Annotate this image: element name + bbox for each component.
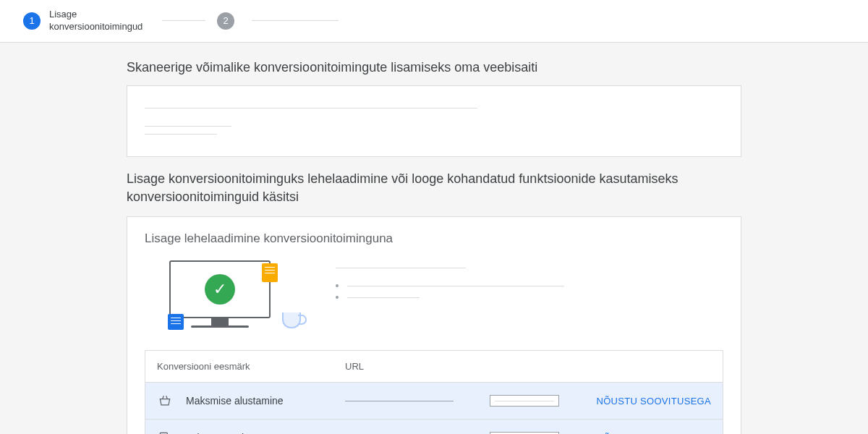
placeholder [145, 108, 477, 109]
manual-heading: Lisage konversioonitoiminguks lehelaadim… [127, 170, 741, 206]
step-1[interactable]: 1 Lisage konversioonitoimingud [23, 9, 150, 33]
step-2-circle: 2 [217, 12, 234, 30]
scan-heading: Skaneerige võimalike konversioonitoiming… [127, 60, 741, 75]
table-header: Konversiooni eesmärk URL [145, 351, 723, 383]
yellow-doc-icon [262, 263, 278, 282]
header-spacer [490, 361, 591, 372]
success-circle-icon: ✓ [205, 274, 235, 305]
bullet-icon [336, 296, 339, 299]
row-action-cell: NÕUSTU SOOVITUSEGA [591, 431, 711, 434]
bullet-row [336, 284, 713, 287]
header-goal: Konversiooni eesmärk [157, 361, 345, 372]
suggestions-table: Konversiooni eesmärk URL Maksmise alusta… [145, 350, 723, 434]
row-goal-label: Maksmise alustamine [186, 395, 345, 407]
cup-icon [282, 312, 301, 328]
header-spacer [591, 361, 711, 372]
step-connector [162, 20, 205, 21]
monitor-stand [211, 318, 229, 326]
monitor-illustration: ✓ [155, 260, 307, 333]
step-1-label: Lisage konversioonitoimingud [49, 9, 150, 33]
pageload-card: Lisage lehelaadimine konversioonitoiming… [127, 216, 741, 434]
row-input-cell [490, 395, 591, 407]
monitor-base [191, 326, 249, 328]
illustration-row: ✓ [155, 260, 713, 333]
scan-card [127, 85, 741, 157]
monitor-screen: ✓ [169, 260, 271, 318]
blue-doc-icon [168, 314, 184, 330]
check-icon: ✓ [213, 280, 226, 299]
main-content: Skaneerige võimalike konversioonitoiming… [127, 43, 741, 434]
placeholder [145, 126, 231, 127]
value-input[interactable] [490, 395, 559, 407]
illustration-text [336, 260, 713, 307]
step-2-placeholder [252, 20, 339, 21]
table-row: Lehevaatamine NÕUSTU SOOVITUSEGA [145, 420, 723, 434]
pageview-icon [157, 430, 173, 434]
table-row: Maksmise alustamine NÕUSTU SOOVITUSEGA [145, 383, 723, 420]
step-1-circle: 1 [23, 12, 41, 30]
row-url [345, 401, 490, 401]
header-url: URL [345, 361, 490, 372]
bullet-row [336, 296, 713, 299]
step-2[interactable]: 2 [217, 12, 339, 30]
placeholder [347, 286, 564, 286]
placeholder [336, 268, 466, 268]
basket-icon [157, 393, 173, 409]
stepper: 1 Lisage konversioonitoimingud 2 [0, 0, 868, 43]
bullet-icon [336, 284, 339, 287]
placeholder [347, 297, 420, 298]
pageload-subheading: Lisage lehelaadimine konversioonitoiming… [145, 231, 723, 246]
row-action-cell: NÕUSTU SOOVITUSEGA [591, 394, 711, 407]
placeholder [345, 401, 454, 401]
accept-suggestion-button[interactable]: NÕUSTU SOOVITUSEGA [596, 396, 711, 407]
placeholder [145, 134, 217, 135]
